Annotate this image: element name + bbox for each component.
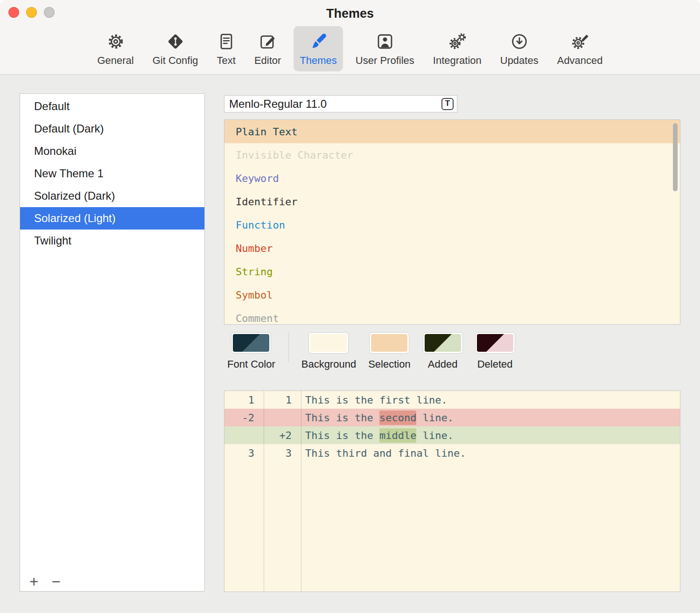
font-color-swatch-group: Font Color [227, 332, 275, 370]
preferences-toolbar: General Git Config Text Editor [0, 25, 700, 71]
deleted-word-highlight: second [379, 411, 416, 425]
toolbar-item-editor[interactable]: Editor [248, 26, 287, 71]
toolbar-item-git-config[interactable]: Git Config [147, 26, 204, 71]
theme-item-solarized-dark[interactable]: Solarized (Dark) [20, 185, 204, 207]
diff-old-line-number: -2 [224, 412, 264, 424]
font-color-well[interactable] [231, 332, 271, 354]
swatch-label: Font Color [227, 358, 275, 370]
font-value: Menlo-Regular 11.0 [224, 98, 441, 111]
token-row-function[interactable]: Function [224, 213, 680, 237]
selection-color-well[interactable] [369, 332, 409, 354]
token-label: Invisible Character [236, 149, 353, 161]
divider [301, 391, 301, 592]
token-row-invisible-character[interactable]: Invisible Character [224, 143, 680, 167]
paintbrush-icon [309, 30, 328, 53]
added-color-well[interactable] [423, 332, 463, 354]
diff-row-added: +2This is the middle line. [224, 426, 680, 444]
preferences-window: Themes General Git Config Text [0, 0, 700, 613]
scrollbar-thumb[interactable] [673, 123, 678, 191]
theme-item-label: Default (Dark) [34, 122, 104, 135]
theme-item-label: Solarized (Light) [34, 212, 116, 225]
token-row-number[interactable]: Number [224, 237, 680, 260]
token-label: Identifier [236, 196, 297, 208]
theme-item-label: Monokai [34, 145, 77, 158]
theme-item-label: Solarized (Dark) [34, 189, 115, 202]
diff-old-line-number: 1 [224, 394, 264, 406]
swatch-label: Added [428, 358, 458, 370]
theme-item-default[interactable]: Default [20, 95, 204, 118]
toolbar-item-integration[interactable]: Integration [427, 26, 488, 71]
theme-list-controls: + − [29, 573, 61, 590]
remove-theme-button[interactable]: − [51, 573, 60, 590]
toolbar-item-themes[interactable]: Themes [294, 26, 343, 71]
swatch-label: Selection [368, 358, 411, 370]
add-theme-button[interactable]: + [29, 573, 38, 590]
theme-item-default-dark[interactable]: Default (Dark) [20, 118, 204, 140]
toolbar-item-general[interactable]: General [91, 26, 140, 71]
toolbar-item-label: Themes [300, 55, 336, 67]
token-row-comment[interactable]: Comment [224, 306, 680, 325]
toolbar-item-user-profiles[interactable]: User Profiles [350, 26, 420, 71]
traffic-lights [8, 7, 55, 18]
font-color-fill [233, 334, 269, 352]
minimize-button[interactable] [26, 7, 37, 18]
token-label: Plain Text [236, 126, 297, 138]
color-swatches: Font Color Background Selection Added De… [227, 332, 527, 370]
deleted-color-well[interactable] [475, 332, 515, 354]
toolbar-item-text[interactable]: Text [211, 26, 242, 71]
theme-item-label: Default [34, 100, 70, 113]
document-icon [217, 30, 236, 53]
toolbar-item-updates[interactable]: Updates [494, 26, 545, 71]
gear-pencil-icon [571, 30, 589, 53]
added-color-fill [425, 334, 461, 352]
divider [288, 332, 289, 362]
edit-pencil-icon [259, 30, 277, 53]
token-label: Function [236, 219, 285, 231]
diff-line-text: This third and final line. [301, 447, 680, 459]
toolbar-item-label: Updates [500, 55, 539, 67]
token-row-keyword[interactable]: Keyword [224, 167, 680, 190]
theme-item-label: New Theme 1 [34, 167, 104, 180]
gears-icon [448, 30, 467, 53]
diff-line-text: This is the second line. [301, 412, 680, 424]
token-preview: Plain Text Invisible Character Keyword I… [224, 119, 680, 325]
theme-list: Default Default (Dark) Monokai New Theme… [20, 93, 205, 592]
theme-item-solarized-light[interactable]: Solarized (Light) [20, 207, 204, 230]
token-label: String [236, 266, 273, 278]
token-label: Symbol [236, 289, 273, 301]
git-icon [166, 30, 185, 53]
window-chrome: Themes General Git Config Text [0, 0, 700, 75]
zoom-button[interactable] [44, 7, 55, 18]
deleted-swatch-group: Deleted [475, 332, 515, 370]
theme-item-twilight[interactable]: Twilight [20, 230, 204, 252]
toolbar-item-label: Advanced [557, 55, 603, 67]
token-row-string[interactable]: String [224, 260, 680, 283]
download-circle-icon [510, 30, 529, 53]
token-label: Keyword [236, 173, 279, 184]
diff-line-text: This is the middle line. [301, 430, 680, 441]
token-label: Number [236, 243, 273, 254]
token-row-identifier[interactable]: Identifier [224, 190, 680, 213]
preferences-content: Default Default (Dark) Monokai New Theme… [0, 75, 700, 613]
swatch-label: Background [301, 358, 356, 370]
toolbar-item-advanced[interactable]: Advanced [551, 26, 609, 71]
diff-line-text: This is the first line. [301, 394, 680, 406]
token-row-plain-text[interactable]: Plain Text [224, 120, 680, 143]
diff-new-line-number: 1 [264, 394, 301, 406]
close-button[interactable] [8, 7, 19, 18]
added-word-highlight: middle [379, 428, 416, 443]
font-field[interactable]: Menlo-Regular 11.0 T [224, 95, 457, 112]
toolbar-item-label: Git Config [153, 55, 198, 67]
diff-row-normal: 11This is the first line. [224, 391, 680, 409]
theme-item-new-theme-1[interactable]: New Theme 1 [20, 162, 204, 185]
toolbar-item-label: Integration [433, 55, 482, 67]
font-picker-button[interactable]: T [441, 98, 454, 110]
diff-row-deleted: -2This is the second line. [224, 409, 680, 426]
diff-new-line-number: 3 [264, 447, 301, 459]
token-row-symbol[interactable]: Symbol [224, 283, 680, 306]
selection-swatch-group: Selection [368, 332, 411, 370]
toolbar-item-label: Text [217, 55, 236, 67]
theme-item-monokai[interactable]: Monokai [20, 140, 204, 162]
background-color-well[interactable] [308, 332, 349, 354]
user-badge-icon [376, 30, 394, 53]
